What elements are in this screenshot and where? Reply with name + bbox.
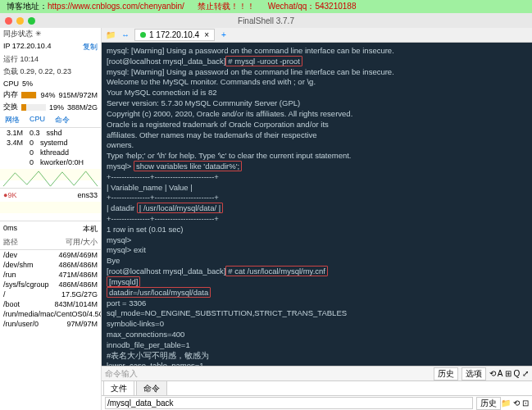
copy-button[interactable]: 复制 <box>83 42 98 52</box>
net-chart <box>0 169 101 189</box>
path-icons[interactable]: 📁 ⟲ ⊡ <box>501 399 529 408</box>
history-button[interactable]: 历史 <box>434 367 458 380</box>
close-window-button[interactable] <box>5 17 12 25</box>
close-tab-button[interactable]: × <box>204 30 209 39</box>
sync-icon[interactable]: ↔ <box>120 30 131 41</box>
tab-commands[interactable]: 命令 <box>136 380 167 396</box>
options-button[interactable]: 选项 <box>462 367 486 380</box>
minimize-window-button[interactable] <box>16 17 24 25</box>
tab-net[interactable]: 网络 <box>0 113 25 127</box>
title-bar: FinalShell 3.7.7 <box>0 13 532 28</box>
sidebar: 同步状态 ✳ IP 172.20.10.4复制 运行 10:14 负载 0.29… <box>0 28 102 410</box>
tab-files[interactable]: 文件 <box>103 380 134 396</box>
add-tab-button[interactable]: + <box>218 30 230 41</box>
latency-chart <box>0 202 101 221</box>
folder-icon[interactable]: 📁 <box>105 30 116 41</box>
maximize-window-button[interactable] <box>28 17 35 25</box>
window-title: FinalShell 3.7.7 <box>238 16 294 25</box>
path-history-button[interactable]: 历史 <box>476 397 501 410</box>
blog-link[interactable]: https://www.cnblogs.com/chenyanbin/ <box>48 2 184 11</box>
toolbar: 📁 ↔ 1 172.20.10.4× + <box>102 28 532 43</box>
command-bar: 命令输入 历史 选项 ⟲ A ⊞ Q ⤢ <box>102 366 532 380</box>
blog-banner: 博客地址：https://www.cnblogs.com/chenyanbin/… <box>0 0 532 13</box>
host-tab[interactable]: 1 172.20.10.4× <box>134 29 215 41</box>
tab-cpu[interactable]: CPU <box>25 113 50 127</box>
path-input[interactable] <box>105 397 473 409</box>
toolbar-icons[interactable]: ⟲ A ⊞ Q ⤢ <box>489 369 529 378</box>
terminal[interactable]: mysql: [Warning] Using a password on the… <box>102 43 532 366</box>
tab-cmd[interactable]: 命令 <box>50 113 75 127</box>
command-input[interactable]: 命令输入 <box>105 368 138 380</box>
